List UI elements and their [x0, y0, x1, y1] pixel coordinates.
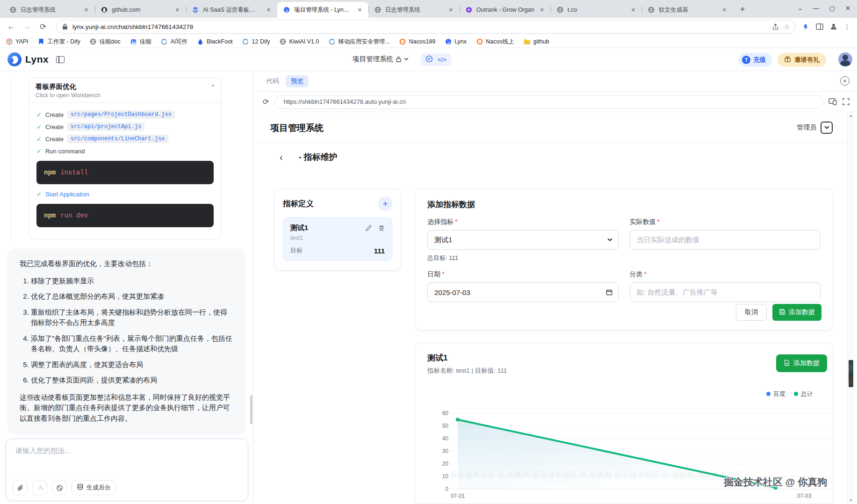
bookmark-item[interactable]: 移动应用安全管理...: [328, 38, 389, 46]
browser-tab[interactable]: Outrank - Grow Organ✕: [460, 2, 551, 18]
scrollbar-thumb[interactable]: [849, 360, 853, 387]
metric-select[interactable]: 测试1: [427, 230, 619, 250]
scroll-down-icon[interactable]: ▼: [848, 498, 854, 503]
run-command-label: Run command: [45, 148, 85, 155]
edit-pencil-icon[interactable]: [365, 225, 372, 231]
back-icon[interactable]: ←: [5, 20, 18, 33]
bookmark-item[interactable]: YAPI: [6, 38, 29, 45]
file-chip[interactable]: src/api/projectApi.js: [67, 122, 144, 131]
forward-icon[interactable]: →: [21, 20, 34, 33]
minimize-button[interactable]: —: [813, 5, 819, 12]
maximize-button[interactable]: ▢: [829, 5, 835, 12]
bookmark-item[interactable]: 佳能doc: [90, 38, 121, 46]
tab-close-icon[interactable]: ✕: [538, 6, 546, 14]
browser-tab[interactable]: 项目管理系统 - Lynx-智✕: [277, 2, 368, 18]
code-icon[interactable]: </>: [438, 56, 447, 63]
profile-icon[interactable]: [830, 23, 837, 30]
back-chevron-icon[interactable]: ‹: [280, 152, 283, 163]
legend-dot: [766, 392, 771, 396]
preview-url-input[interactable]: https://shkbln1747661434278.auto.yunji-a…: [274, 95, 823, 109]
project-title-group[interactable]: 项目管理系统: [353, 55, 409, 64]
share-icon[interactable]: [772, 23, 779, 30]
tab-close-icon[interactable]: ✕: [356, 6, 364, 14]
browser-tab[interactable]: 日志管理系统✕: [4, 2, 95, 18]
close-window-button[interactable]: ✕: [845, 5, 850, 12]
tab-close-icon[interactable]: ✕: [629, 6, 637, 14]
tab-search-icon[interactable]: ⌄: [798, 5, 803, 12]
globe-favicon-icon: [374, 6, 382, 14]
tab-close-icon[interactable]: ✕: [720, 6, 728, 14]
preview-scrollbar[interactable]: ▲ ▼: [847, 112, 854, 504]
tab-close-icon[interactable]: ✕: [82, 6, 90, 14]
bookmark-item[interactable]: Lynx: [445, 38, 467, 45]
lynx-header: Lynx 项目管理系统 </> T 充值 邀请有礼: [0, 48, 857, 71]
file-chip[interactable]: src/pages/ProjectDashboard.jsx: [67, 110, 175, 119]
close-preview-icon[interactable]: ✕: [840, 76, 850, 86]
extension-icon[interactable]: [802, 23, 809, 30]
date-input[interactable]: 2025-07-03: [427, 282, 619, 302]
scroll-up-icon[interactable]: ▲: [848, 114, 854, 118]
coin-icon: T: [742, 56, 750, 64]
legend-item[interactable]: 总计: [794, 390, 813, 398]
bookmark-item[interactable]: 工作室 - Dify: [38, 38, 80, 46]
legend-item[interactable]: 百度: [766, 390, 785, 398]
tab-close-icon[interactable]: ✕: [447, 6, 455, 14]
menu-dots-icon[interactable]: ⋮: [844, 23, 850, 30]
new-tab-button[interactable]: +: [736, 3, 749, 16]
chat-scrollbar-thumb[interactable]: [250, 395, 252, 424]
browser-tab[interactable]: 日志管理系统✕: [368, 2, 460, 18]
tab-code[interactable]: 代码: [266, 77, 279, 86]
sidepanel-icon[interactable]: [816, 23, 823, 30]
invite-button[interactable]: 邀请有礼: [778, 53, 826, 67]
browser-tab[interactable]: AI SaaS 运营看板系统✕: [186, 2, 277, 18]
disable-draw-button[interactable]: [52, 480, 67, 495]
bookmark-star-icon[interactable]: ☆: [784, 23, 790, 30]
cancel-button[interactable]: 取消: [736, 304, 767, 321]
lynx-logo-icon: [7, 52, 22, 66]
workbench-card[interactable]: 看板界面优化 Click to open Workbench ⌃ ✓Create…: [29, 78, 222, 239]
tab-close-icon[interactable]: ✕: [265, 6, 273, 14]
svg-text:07-01: 07-01: [451, 493, 465, 499]
chat-input-box[interactable]: 请输入您的想法... 生成后台: [6, 439, 248, 501]
bookmark-item[interactable]: BlackFoot: [197, 38, 233, 45]
file-chip[interactable]: src/components/LineChart.jsx: [67, 135, 168, 143]
recharge-button[interactable]: T 充值: [739, 53, 772, 67]
address-bar[interactable]: lynx.yunji-ai.cn/chat/shkbln174766143427…: [56, 20, 796, 34]
bookmark-item[interactable]: Nacos189: [399, 38, 435, 45]
add-metric-button[interactable]: +: [378, 197, 392, 211]
browser-tab[interactable]: t.co✕: [551, 2, 642, 18]
collapse-chevron-icon[interactable]: ⌃: [210, 84, 216, 91]
sidebar-toggle-icon[interactable]: [56, 56, 65, 63]
role-dropdown-icon[interactable]: [821, 122, 833, 134]
magic-wand-button[interactable]: [32, 480, 47, 495]
device-toggle-icon[interactable]: [828, 98, 837, 105]
bookmark-item[interactable]: 佳能: [130, 38, 151, 46]
delete-trash-icon[interactable]: [378, 225, 385, 231]
tab-close-icon[interactable]: ✕: [173, 6, 181, 14]
fullscreen-icon[interactable]: [843, 98, 850, 105]
bookmark-item[interactable]: Nacos线上: [476, 38, 514, 46]
bookmark-item[interactable]: github: [524, 38, 549, 45]
workbench-card-header[interactable]: 看板界面优化 Click to open Workbench ⌃: [29, 78, 221, 103]
refresh-icon[interactable]: ⟳: [36, 20, 50, 33]
chart-add-data-button[interactable]: 添加数据: [776, 354, 827, 372]
command-name: npm: [44, 212, 56, 219]
browser-tab[interactable]: github.com✕: [95, 2, 186, 18]
user-avatar[interactable]: [838, 52, 852, 66]
category-input[interactable]: 如: 自然流量、广告推广等: [630, 282, 821, 302]
actual-value-input[interactable]: 当日实际达成的数值: [630, 230, 821, 250]
role-group[interactable]: 管理员: [797, 122, 833, 134]
bookmark-item[interactable]: 12 Dify: [242, 38, 270, 45]
tab-preview[interactable]: 预览: [286, 75, 309, 87]
generate-backend-button[interactable]: 生成后台: [72, 480, 116, 495]
calendar-icon[interactable]: [606, 289, 612, 295]
browser-tab[interactable]: 软文生成器✕: [642, 2, 733, 18]
bookmark-item[interactable]: KiwiAI V1.0: [279, 38, 319, 45]
attach-button[interactable]: [13, 480, 28, 495]
message-bubble-icon[interactable]: [425, 55, 433, 64]
metric-item[interactable]: 测试1 test1 目标 111: [283, 217, 392, 261]
bookmark-item[interactable]: Ai写作: [161, 38, 187, 46]
submit-add-data-button[interactable]: 添加数据: [772, 304, 821, 321]
preview-refresh-icon[interactable]: ⟳: [263, 97, 269, 106]
start-application-label[interactable]: Start Application: [45, 191, 89, 198]
